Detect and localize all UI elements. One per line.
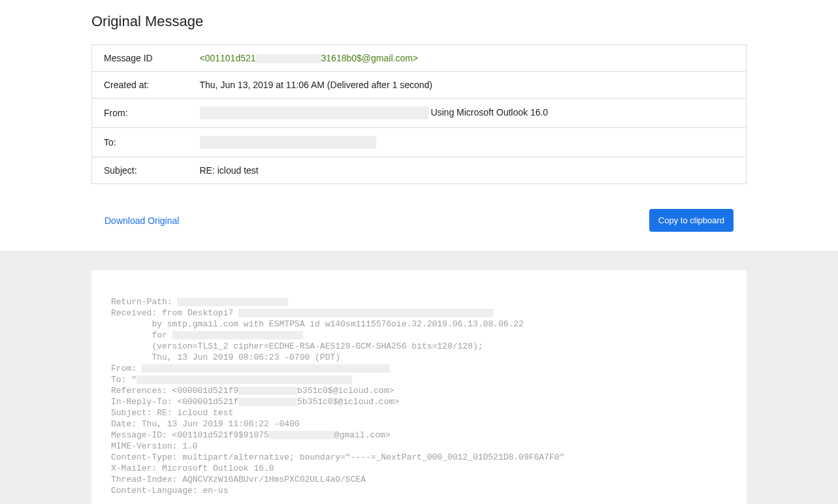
value-message-id: <001101d52131618b0$@gmail.com> [200, 45, 747, 72]
metadata-table: Message ID <001101d52131618b0$@gmail.com… [91, 44, 747, 184]
raw-section: Return-Path: Received: from Desktopi7 by… [0, 251, 838, 504]
value-subject: RE: icloud test [200, 157, 747, 184]
raw-line: Content-Type: multipart/alternative; bou… [111, 452, 564, 462]
raw-line: In-Reply-To: <000001d521f [111, 397, 238, 407]
redacted-block [238, 398, 297, 406]
raw-line: MIME-Version: 1.0 [111, 441, 198, 451]
value-created-at: Thu, Jun 13, 2019 at 11:06 AM (Delivered… [200, 72, 747, 99]
label-to: To: [92, 128, 200, 157]
raw-line: Received: from Desktopi7 [111, 308, 238, 318]
action-row: Download Original Copy to clipboard [91, 209, 747, 232]
raw-line: Message-ID: <001101d521f9$91075 [111, 430, 269, 440]
label-subject: Subject: [92, 157, 200, 184]
redacted-block [238, 386, 297, 395]
redacted-block [200, 106, 428, 119]
row-subject: Subject: RE: icloud test [92, 157, 747, 184]
download-original-link[interactable]: Download Original [105, 215, 179, 226]
redacted-block [269, 431, 334, 439]
raw-line: by smtp.gmail.com with ESMTPSA id w140sm… [111, 319, 524, 329]
raw-line: To: " [111, 375, 137, 385]
message-id-suffix: 31618b0$@gmail.com> [321, 53, 418, 63]
message-id-prefix: <001101d521 [200, 53, 256, 63]
raw-line: b351c0$@icloud.com> [297, 386, 394, 396]
row-to: To: [92, 128, 747, 157]
raw-line: References: <000001d521f9 [111, 386, 238, 396]
raw-line: X-Mailer: Microsoft Outlook 16.0 [111, 464, 274, 473]
raw-line: Thread-Index: AQNCVXzW16ABUvr/1HmsPXC02U… [111, 475, 366, 484]
label-created-at: Created at: [92, 72, 200, 99]
redacted-block [177, 298, 288, 306]
redacted-block [137, 375, 352, 384]
raw-line: for [111, 330, 172, 340]
page-title: Original Message [91, 13, 747, 30]
row-message-id: Message ID <001101d52131618b0$@gmail.com… [92, 45, 747, 72]
value-from: Using Microsoft Outlook 16.0 [200, 99, 747, 128]
raw-line: Thu, 13 Jun 2019 08:06:23 -0700 (PDT) [111, 353, 340, 362]
raw-line: Return-Path: [111, 297, 177, 307]
raw-line: (version=TLS1_2 cipher=ECDHE-RSA-AES128-… [111, 341, 483, 351]
copy-to-clipboard-button[interactable]: Copy to clipboard [649, 209, 733, 232]
redacted-block [238, 309, 493, 317]
raw-headers-content: Return-Path: Received: from Desktopi7 by… [111, 296, 727, 496]
raw-line: Date: Thu, 13 Jun 2019 11:06:22 -0400 [111, 419, 300, 429]
raw-card: Return-Path: Received: from Desktopi7 by… [91, 270, 747, 504]
label-from: From: [92, 99, 200, 128]
raw-line: Subject: RE: icloud test [111, 408, 233, 418]
redacted-block [256, 54, 321, 63]
redacted-block [200, 136, 376, 149]
from-suffix: Using Microsoft Outlook 16.0 [428, 107, 549, 118]
raw-line: @gmail.com> [334, 430, 391, 440]
redacted-block [142, 364, 390, 373]
label-message-id: Message ID [92, 45, 200, 72]
row-created-at: Created at: Thu, Jun 13, 2019 at 11:06 A… [92, 72, 747, 99]
raw-line: From: [111, 364, 142, 373]
raw-line: Content-Language: en-us [111, 486, 228, 496]
raw-line: 5b351c0$@icloud.com> [297, 397, 399, 407]
redacted-block [172, 331, 303, 339]
row-from: From: Using Microsoft Outlook 16.0 [92, 99, 747, 128]
value-to [200, 128, 747, 157]
